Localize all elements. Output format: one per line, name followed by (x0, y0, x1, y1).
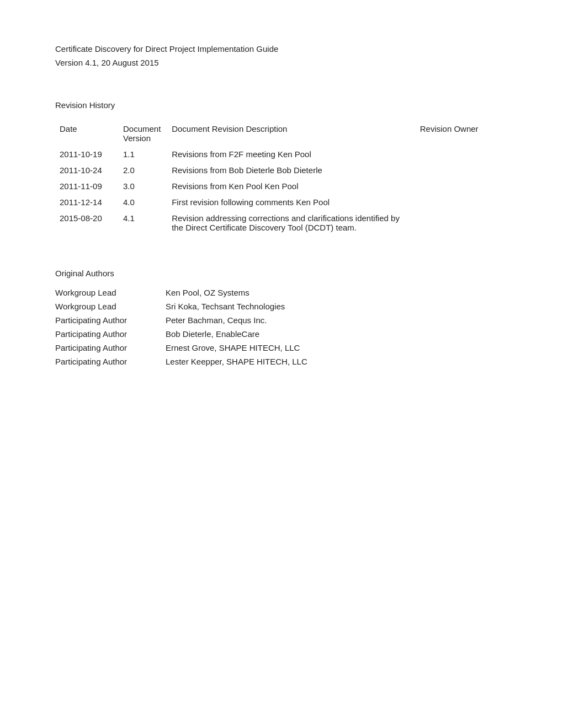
original-authors-title: Original Authors (55, 269, 508, 278)
revision-owner (416, 194, 508, 210)
revision-owner (416, 162, 508, 178)
author-name: Peter Bachman, Cequs Inc. (166, 315, 508, 325)
revision-date: 2015-08-20 (55, 210, 119, 235)
document-title: Certificate Discovery for Direct Project… (55, 44, 508, 53)
author-list: Workgroup LeadKen Pool, OZ SystemsWorkgr… (55, 288, 508, 366)
col-header-description: Document Revision Description (167, 121, 416, 146)
revision-version: 4.1 (119, 210, 167, 235)
author-name: Lester Keepper, SHAPE HITECH, LLC (166, 357, 508, 366)
author-name: Bob Dieterle, EnableCare (166, 329, 508, 339)
table-row: 2011-12-144.0First revision following co… (55, 194, 508, 210)
revision-description: Revisions from Bob Dieterle Bob Dieterle (167, 162, 416, 178)
author-role: Participating Author (55, 343, 166, 352)
revision-owner (416, 146, 508, 162)
table-row: 2011-11-093.0Revisions from Ken Pool Ken… (55, 178, 508, 194)
revision-version: 2.0 (119, 162, 167, 178)
document-version: Version 4.1, 20 August 2015 (55, 58, 508, 67)
original-authors-section: Original Authors Workgroup LeadKen Pool,… (55, 269, 508, 366)
list-item: Participating AuthorErnest Grove, SHAPE … (55, 343, 508, 352)
author-role: Participating Author (55, 357, 166, 366)
author-role: Workgroup Lead (55, 302, 166, 311)
col-header-version: Document Version (119, 121, 167, 146)
revision-owner (416, 178, 508, 194)
col-header-owner: Revision Owner (416, 121, 508, 146)
revision-date: 2011-10-19 (55, 146, 119, 162)
revision-description: Revisions from F2F meeting Ken Pool (167, 146, 416, 162)
author-role: Workgroup Lead (55, 288, 166, 297)
revision-history-title: Revision History (55, 100, 508, 110)
revision-description: Revision addressing corrections and clar… (167, 210, 416, 235)
author-name: Ernest Grove, SHAPE HITECH, LLC (166, 343, 508, 352)
list-item: Participating AuthorPeter Bachman, Cequs… (55, 315, 508, 325)
author-name: Sri Koka, Techsant Technologies (166, 302, 508, 311)
list-item: Participating AuthorLester Keepper, SHAP… (55, 357, 508, 366)
author-role: Participating Author (55, 315, 166, 325)
revision-table-header: Date Document Version Document Revision … (55, 121, 508, 146)
revision-version: 1.1 (119, 146, 167, 162)
revision-date: 2011-11-09 (55, 178, 119, 194)
table-row: 2015-08-204.1Revision addressing correct… (55, 210, 508, 235)
author-role: Participating Author (55, 329, 166, 339)
list-item: Workgroup LeadKen Pool, OZ Systems (55, 288, 508, 297)
author-name: Ken Pool, OZ Systems (166, 288, 508, 297)
table-row: 2011-10-191.1Revisions from F2F meeting … (55, 146, 508, 162)
revision-description: First revision following comments Ken Po… (167, 194, 416, 210)
revision-date: 2011-12-14 (55, 194, 119, 210)
revision-version: 3.0 (119, 178, 167, 194)
revision-description: Revisions from Ken Pool Ken Pool (167, 178, 416, 194)
table-row: 2011-10-242.0Revisions from Bob Dieterle… (55, 162, 508, 178)
list-item: Participating AuthorBob Dieterle, Enable… (55, 329, 508, 339)
revision-date: 2011-10-24 (55, 162, 119, 178)
revision-history-table: Date Document Version Document Revision … (55, 121, 508, 235)
revision-owner (416, 210, 508, 235)
col-header-date: Date (55, 121, 119, 146)
revision-version: 4.0 (119, 194, 167, 210)
list-item: Workgroup LeadSri Koka, Techsant Technol… (55, 302, 508, 311)
